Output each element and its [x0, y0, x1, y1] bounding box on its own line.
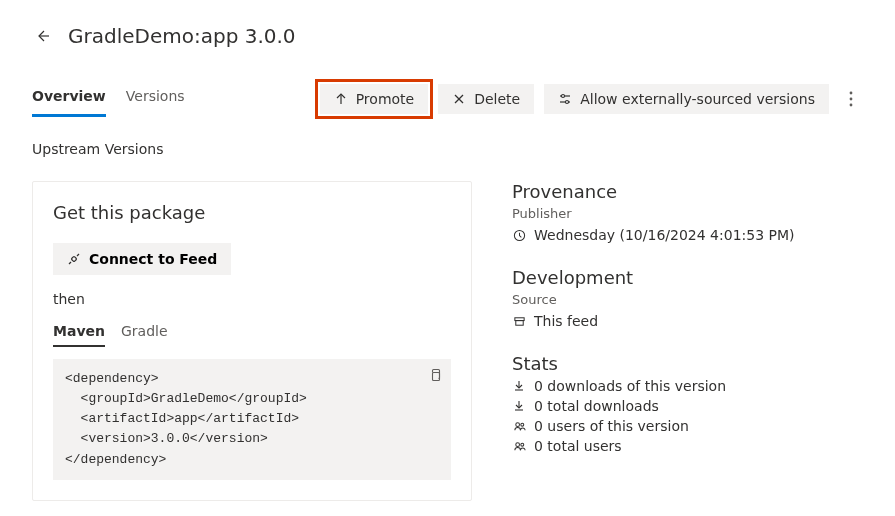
sliders-icon [558, 92, 572, 106]
allow-external-label: Allow externally-sourced versions [580, 91, 815, 107]
toolbar-row: Overview Versions Promote Delete Allow e… [32, 80, 863, 117]
svg-point-10 [515, 422, 519, 426]
svg-rect-6 [433, 373, 440, 381]
get-package-title: Get this package [53, 202, 451, 223]
source-label: Source [512, 292, 863, 307]
copy-icon[interactable] [425, 365, 445, 385]
snippet-tab-gradle[interactable]: Gradle [121, 319, 168, 347]
development-group: Development Source This feed [512, 267, 863, 329]
upstream-versions-label: Upstream Versions [32, 141, 863, 157]
download-icon [512, 399, 526, 413]
stats-line4-text: 0 total users [534, 438, 622, 454]
publisher-label: Publisher [512, 206, 863, 221]
svg-point-4 [850, 103, 853, 106]
snippet-tabs: Maven Gradle [53, 319, 451, 347]
more-options-button[interactable] [839, 87, 863, 111]
svg-point-13 [520, 443, 523, 446]
provenance-heading: Provenance [512, 181, 863, 202]
code-snippet: <dependency> <groupId>GradleDemo</groupI… [53, 359, 451, 480]
snippet-tab-maven[interactable]: Maven [53, 319, 105, 347]
main-tabs: Overview Versions [32, 80, 185, 117]
delete-button[interactable]: Delete [438, 84, 534, 114]
tab-overview[interactable]: Overview [32, 80, 106, 117]
svg-point-1 [566, 100, 569, 103]
arrow-up-icon [334, 92, 348, 106]
svg-point-0 [562, 94, 565, 97]
get-package-card: Get this package Connect to Feed then Ma… [32, 181, 472, 501]
stats-users-total: 0 total users [512, 438, 863, 454]
download-icon [512, 379, 526, 393]
tab-versions[interactable]: Versions [126, 80, 185, 117]
users-icon [512, 439, 526, 453]
clock-icon [512, 228, 526, 242]
svg-point-12 [515, 442, 519, 446]
archive-icon [512, 314, 526, 328]
content-columns: Get this package Connect to Feed then Ma… [32, 181, 863, 501]
timestamp-text: Wednesday (10/16/2024 4:01:53 PM) [534, 227, 795, 243]
page-title: GradleDemo:app 3.0.0 [68, 24, 296, 48]
svg-rect-5 [71, 256, 77, 262]
stats-downloads-version: 0 downloads of this version [512, 378, 863, 394]
action-buttons: Promote Delete Allow externally-sourced … [320, 84, 863, 114]
promote-label: Promote [356, 91, 415, 107]
connect-label: Connect to Feed [89, 251, 217, 267]
stats-line3-text: 0 users of this version [534, 418, 689, 434]
page-header: GradleDemo:app 3.0.0 [32, 24, 863, 48]
publish-timestamp: Wednesday (10/16/2024 4:01:53 PM) [512, 227, 863, 243]
plug-icon [67, 252, 81, 266]
svg-rect-9 [515, 320, 522, 325]
stats-line2-text: 0 total downloads [534, 398, 659, 414]
stats-heading: Stats [512, 353, 863, 374]
svg-point-11 [520, 423, 523, 426]
provenance-group: Provenance Publisher Wednesday (10/16/20… [512, 181, 863, 243]
svg-point-2 [850, 91, 853, 94]
stats-line1-text: 0 downloads of this version [534, 378, 726, 394]
connect-to-feed-button[interactable]: Connect to Feed [53, 243, 231, 275]
close-icon [452, 92, 466, 106]
stats-users-version: 0 users of this version [512, 418, 863, 434]
then-text: then [53, 291, 451, 307]
source-text: This feed [534, 313, 598, 329]
delete-label: Delete [474, 91, 520, 107]
stats-group: Stats 0 downloads of this version 0 tota… [512, 353, 863, 454]
users-icon [512, 419, 526, 433]
back-arrow-icon[interactable] [32, 26, 52, 46]
snippet-text: <dependency> <groupId>GradleDemo</groupI… [65, 371, 307, 467]
allow-external-button[interactable]: Allow externally-sourced versions [544, 84, 829, 114]
development-heading: Development [512, 267, 863, 288]
source-value: This feed [512, 313, 863, 329]
svg-point-3 [850, 97, 853, 100]
promote-button[interactable]: Promote [320, 84, 429, 114]
stats-downloads-total: 0 total downloads [512, 398, 863, 414]
